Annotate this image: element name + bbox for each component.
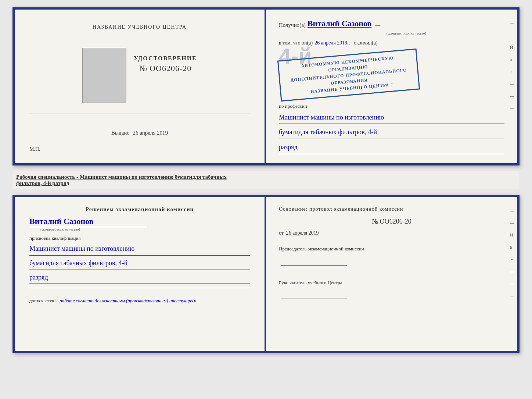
- profession-handwritten-2: бумагидля табачных фильтров, 4-й: [279, 127, 504, 139]
- bottom-qual-2: бумагидля табачных фильтров, 4-й: [29, 259, 127, 268]
- fio-sublabel: (фамилия, имя, отчество): [308, 31, 504, 35]
- side-marks-top: — — И а ← — — —: [510, 21, 514, 111]
- komissia-title: Решением экзаменационной комиссии: [29, 206, 250, 213]
- bottom-fio-sublabel: (фамилия, имя, отчество): [40, 227, 80, 231]
- training-center-title: НАЗВАНИЕ УЧЕБНОГО ЦЕНТРА: [93, 24, 187, 30]
- cert-top-left: НАЗВАНИЕ УЧЕБНОГО ЦЕНТРА УДОСТОВЕРЕНИЕ №…: [15, 10, 266, 163]
- cert-date-handwritten: 26 апреля 2019г.: [314, 40, 350, 46]
- cert-mp: М.П.: [29, 146, 40, 152]
- number-overlay: 4-й: [279, 49, 504, 50]
- cert-photo: [82, 48, 126, 103]
- bottom-fio-handwritten: Виталий Сазонов: [29, 217, 93, 226]
- prisvoena-label: присвоена квалификация: [29, 235, 250, 241]
- dopuskaetsya-value: работе согласно должностным (производств…: [60, 298, 196, 304]
- predsedatel-signature-line: [281, 265, 347, 266]
- cert-bottom-left: Решением экзаменационной комиссии Витали…: [15, 197, 266, 351]
- rukovoditel-signature-line: [281, 299, 347, 299]
- ot-date: от 26 апреля 2019: [279, 230, 504, 236]
- certificate-bottom: Решением экзаменационной комиссии Витали…: [12, 195, 520, 353]
- cert-udost-number: № OO6206-20: [134, 64, 197, 73]
- rukovoditel-block: Руководитель учебного Центра: [279, 279, 504, 302]
- bottom-qual-1: Машинист машины по изготовлению: [29, 245, 134, 253]
- dopuskaetsya-line: допускается к работе согласно должностны…: [29, 298, 250, 304]
- fio-handwritten: Виталий Сазонов: [308, 19, 371, 28]
- v-tom-line: в том, что он(а) 26 апреля 2019г. окончи…: [279, 40, 504, 46]
- profession-handwritten-1: Машинист машины по изготовлению: [279, 112, 504, 124]
- bottom-fio-block: Виталий Сазонов (фамилия, имя, отчество): [29, 217, 250, 231]
- cert-id-area: УДОСТОВЕРЕНИЕ № OO6206-20: [82, 44, 197, 103]
- cert-top-right: Получил(а) Виталий Сазонов — (фамилия, и…: [266, 10, 517, 163]
- predsedatel-block: Председатель экзаменационной комиссии: [279, 245, 504, 268]
- ot-date-value: 26 апреля 2019: [286, 230, 319, 236]
- middle-text-underlined: фильтров, 4-й разряд: [16, 180, 69, 186]
- cert-issued-date: 26 апреля 2019: [133, 130, 168, 136]
- side-marks-bottom: — — И а ← — — —: [510, 208, 514, 299]
- cert-udost-label: УДОСТОВЕРЕНИЕ: [134, 55, 197, 62]
- po-professii-label: по профессии: [279, 103, 504, 109]
- bottom-qual-3: разряд: [29, 274, 48, 282]
- osnovanie-text: Основание: протокол экзаменационной коми…: [279, 206, 504, 212]
- certificate-top: НАЗВАНИЕ УЧЕБНОГО ЦЕНТРА УДОСТОВЕРЕНИЕ №…: [12, 7, 520, 165]
- protocol-number: № OO6206-20: [279, 218, 504, 225]
- received-line: Получил(а) Виталий Сазонов —: [279, 19, 504, 28]
- cert-bottom-right: Основание: протокол экзаменационной коми…: [266, 197, 517, 351]
- middle-text: Рабочая специальность - Машинист машины …: [12, 171, 520, 189]
- cert-issued: Выдано 26 апреля 2019: [111, 130, 168, 136]
- profession-handwritten-3: разряд: [279, 142, 504, 154]
